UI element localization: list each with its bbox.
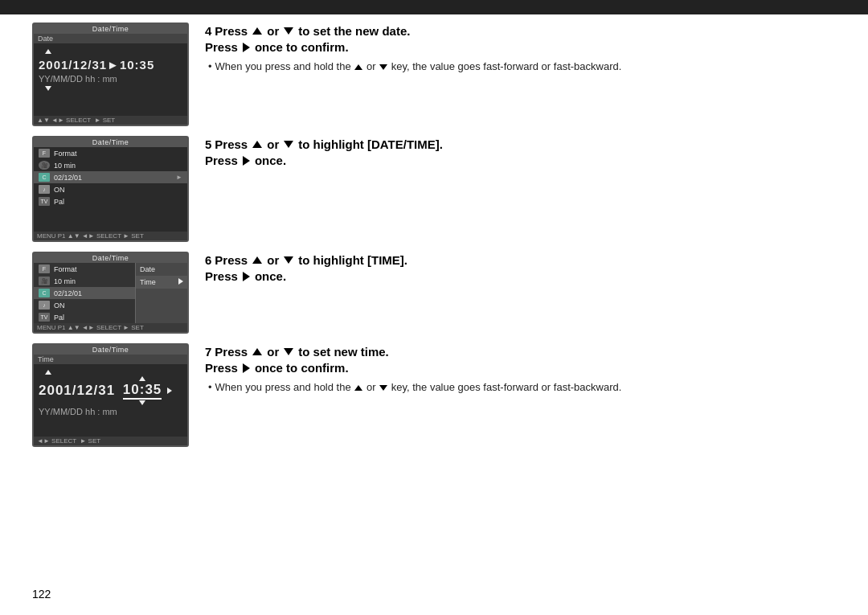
step5-sub: Press once. — [205, 154, 836, 167]
screen3-row-clip: 🎥 10 min — [34, 275, 135, 287]
top-bar — [0, 0, 868, 14]
date-icon: C — [39, 173, 50, 182]
screen4-status-text: ◄► SELECT ► SET — [37, 437, 100, 445]
date-arrow: ► — [176, 174, 182, 181]
step7-press1: Press — [215, 345, 248, 359]
down-arrow-icon-step6 — [284, 256, 293, 264]
step7-heading-end: to set new time. — [298, 345, 389, 359]
right-arrow-icon-step6 — [243, 272, 250, 281]
menu-row-pal: TV Pal — [34, 195, 187, 207]
screen3-sub-time-label: Time — [140, 278, 156, 286]
step4-sub-end: once to confirm. — [255, 40, 349, 54]
screen3-label-clip: 10 min — [54, 277, 130, 285]
screen3-row-pal: TV Pal — [34, 311, 135, 323]
up-arrow-icon-step6 — [252, 256, 262, 264]
step5-press1: Press — [215, 137, 248, 151]
step4-heading-end: to set the new date. — [298, 24, 410, 38]
screen3-row-format: F Format — [34, 263, 135, 275]
step6-sub-end: once. — [255, 269, 286, 283]
screen4-time-row: 2001/12/31 10:35 — [39, 376, 182, 405]
screen2-body: F Format 🎥 10 min C 02/12/01 ► ♪ ON T — [34, 147, 187, 232]
down-arrow-icon-step4 — [284, 27, 293, 35]
step5-num: 5 — [205, 137, 211, 151]
page-number: 122 — [32, 588, 51, 601]
screen3-label-format: Format — [54, 265, 130, 273]
menu-label-sound: ON — [54, 186, 182, 194]
screen-2-mock: Date/Time F Format 🎥 10 min C 02/12/01 ►… — [32, 136, 189, 242]
screen-4-mock: Date/Time Time 2001/12/31 10:35 YY/MM/DD… — [32, 343, 189, 447]
down-icon-inline7 — [379, 385, 387, 391]
screen3-row-date: C 02/12/01 — [34, 287, 135, 299]
screen4-time-up — [139, 376, 145, 381]
step7-press2: Press — [205, 361, 238, 375]
screen4-time-val: 10:35 — [123, 382, 162, 400]
step5-press2: Press — [205, 154, 238, 167]
step7-num: 7 — [205, 345, 211, 359]
step5-or1: or — [267, 137, 279, 151]
down-icon-inline — [379, 64, 387, 70]
right-arrow-icon-step5 — [243, 156, 250, 166]
screen3-submenu: Date Time — [135, 263, 187, 323]
step4-or1: or — [267, 24, 279, 38]
screen3-date-icon: C — [39, 289, 50, 297]
step7-or1: or — [267, 345, 279, 359]
screen3-sub-time: Time — [136, 276, 187, 289]
menu-label-format: Format — [54, 150, 182, 158]
pal-icon: TV — [39, 197, 50, 206]
screen3-row-sound: ♪ ON — [34, 299, 135, 311]
clip-icon: 🎥 — [39, 161, 50, 170]
screen3-label-pal: Pal — [54, 314, 130, 322]
sound-icon: ♪ — [39, 185, 50, 194]
step6-or1: or — [267, 253, 279, 267]
step5-sub-end: once. — [255, 154, 286, 167]
up-arrow-icon-step5 — [252, 141, 262, 148]
step4-text: 4 Press or to set the new date. Press on… — [205, 23, 836, 75]
screen1-up — [45, 47, 182, 55]
screen3-body: F Format 🎥 10 min C 02/12/01 ♪ ON — [34, 263, 187, 323]
screen4-right-arrow — [167, 387, 172, 394]
screen-1-mock: Date/Time Date 2001/12/31►10:35 YY/MM/DD… — [32, 23, 189, 126]
format-icon: F — [39, 149, 50, 158]
screen4-time-down — [139, 400, 145, 405]
bullet-icon: • — [208, 59, 212, 75]
right-arrow-icon-step4 — [243, 43, 250, 52]
step6-num: 6 — [205, 253, 211, 267]
step4-sub: Press once to confirm. — [205, 40, 836, 54]
screen1-sub: Date — [34, 34, 187, 43]
step-5-row: Date/Time F Format 🎥 10 min C 02/12/01 ►… — [32, 136, 836, 242]
up-arrow-icon — [45, 49, 51, 54]
screen-3-mock: Date/Time F Format 🎥 10 min C 02/12/01 — [32, 252, 189, 334]
step7-bullet: • When you press and hold the or key, th… — [208, 379, 836, 396]
step-6-row: Date/Time F Format 🎥 10 min C 02/12/01 — [32, 252, 836, 334]
screen4-up — [45, 367, 182, 376]
screen4-format: YY/MM/DD hh : mm — [39, 407, 182, 416]
menu-label-date: 02/12/01 — [54, 174, 172, 182]
screen1-down — [45, 84, 182, 92]
step6-sub: Press once. — [205, 269, 836, 283]
screen1-title: Date/Time — [34, 24, 187, 34]
screen2-status: MENU P1 ▲▼ ◄► SELECT ► SET — [34, 232, 187, 240]
up-arrow-icon-step7 — [252, 348, 262, 355]
step-4-row: Date/Time Date 2001/12/31►10:35 YY/MM/DD… — [32, 23, 836, 126]
screen1-status: ▲▼ ◄► SELECT ► SET — [34, 116, 187, 125]
menu-row-clip: 🎥 10 min — [34, 159, 187, 171]
step4-bullet: • When you press and hold the or key, th… — [208, 59, 836, 75]
screen3-sub-date: Date — [136, 263, 187, 276]
content-area: Date/Time Date 2001/12/31►10:35 YY/MM/DD… — [0, 14, 868, 465]
down-arrow-icon — [45, 86, 51, 91]
screen2-status-text: MENU P1 ▲▼ ◄► SELECT ► SET — [37, 232, 144, 240]
screen4-body: 2001/12/31 10:35 YY/MM/DD hh : mm — [34, 364, 187, 437]
step6-heading: 6 Press or to highlight [TIME]. — [205, 253, 836, 267]
up-arrow-icon-step4 — [252, 27, 262, 35]
step7-heading: 7 Press or to set new time. — [205, 345, 836, 359]
step7-bullet-text: When you press and hold the or key, the … — [215, 379, 622, 396]
step6-press1: Press — [215, 253, 248, 267]
screen1-datetime: 2001/12/31►10:35 — [39, 58, 182, 72]
screen3-status-text: MENU P1 ▲▼ ◄► SELECT ► SET — [37, 324, 144, 331]
screen2-title: Date/Time — [34, 137, 187, 147]
screen3-label-date: 02/12/01 — [54, 289, 130, 297]
screen3-label-sound: ON — [54, 301, 130, 310]
menu-row-sound: ♪ ON — [34, 183, 187, 195]
step5-heading-end: to highlight [DATE/TIME]. — [298, 137, 443, 151]
screen3-sound-icon: ♪ — [39, 301, 50, 310]
